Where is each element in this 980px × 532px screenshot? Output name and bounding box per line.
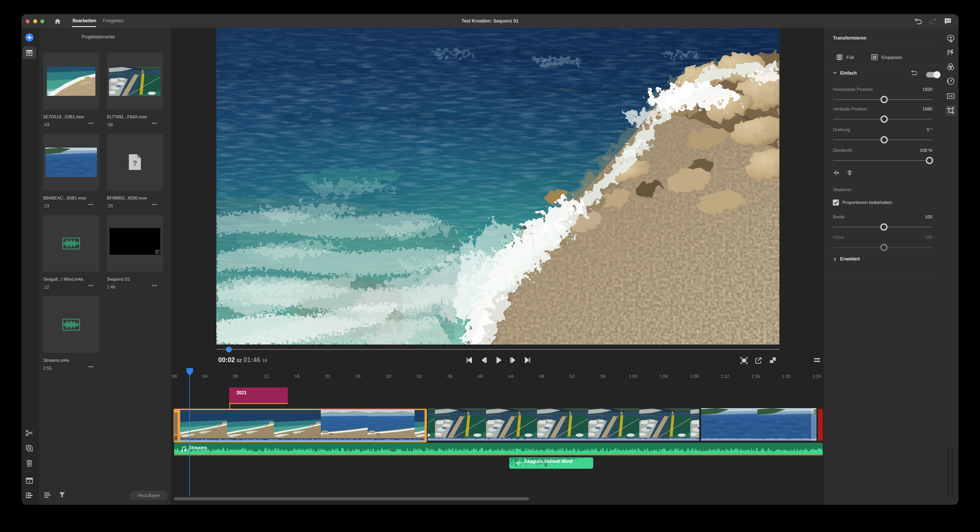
svg-text:?: ?	[132, 159, 137, 167]
